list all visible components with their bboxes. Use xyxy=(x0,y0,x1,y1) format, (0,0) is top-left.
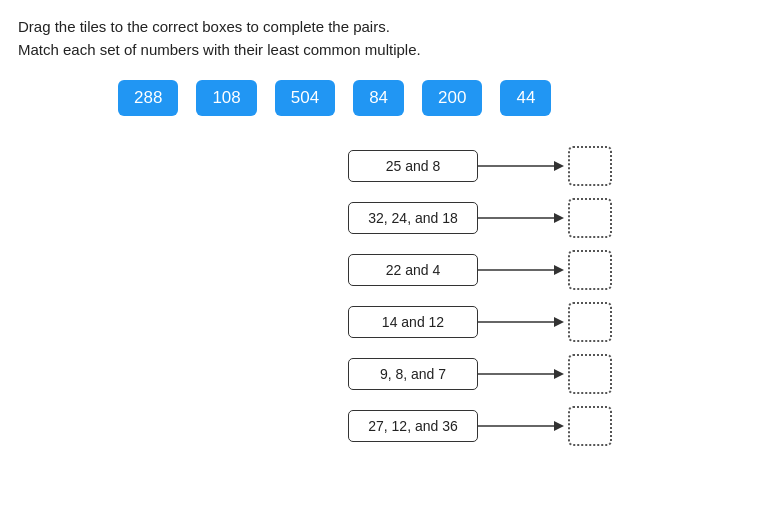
svg-marker-11 xyxy=(554,421,564,431)
tile-288[interactable]: 288 xyxy=(118,80,178,116)
pair-label-5: 27, 12, and 36 xyxy=(348,410,478,442)
tile-504[interactable]: 504 xyxy=(275,80,335,116)
arrow-line-4 xyxy=(478,364,568,384)
svg-marker-3 xyxy=(554,213,564,223)
svg-marker-7 xyxy=(554,317,564,327)
pairs-section: 25 and 8 32, 24, and 18 22 and 4 14 and … xyxy=(348,146,740,446)
pair-label-1: 32, 24, and 18 xyxy=(348,202,478,234)
instructions: Drag the tiles to the correct boxes to c… xyxy=(18,18,740,58)
tile-200[interactable]: 200 xyxy=(422,80,482,116)
pair-row: 9, 8, and 7 xyxy=(348,354,740,394)
pair-label-0: 25 and 8 xyxy=(348,150,478,182)
svg-marker-1 xyxy=(554,161,564,171)
pair-row: 22 and 4 xyxy=(348,250,740,290)
arrow-line-1 xyxy=(478,208,568,228)
arrow-line-3 xyxy=(478,312,568,332)
arrow-line-2 xyxy=(478,260,568,280)
drop-box-1[interactable] xyxy=(568,198,612,238)
drop-box-0[interactable] xyxy=(568,146,612,186)
instruction-line2: Match each set of numbers with their lea… xyxy=(18,41,740,58)
pair-row: 27, 12, and 36 xyxy=(348,406,740,446)
arrow-line-5 xyxy=(478,416,568,436)
drop-box-2[interactable] xyxy=(568,250,612,290)
pair-row: 25 and 8 xyxy=(348,146,740,186)
pair-label-4: 9, 8, and 7 xyxy=(348,358,478,390)
svg-marker-9 xyxy=(554,369,564,379)
pair-row: 32, 24, and 18 xyxy=(348,198,740,238)
pair-row: 14 and 12 xyxy=(348,302,740,342)
tile-84[interactable]: 84 xyxy=(353,80,404,116)
tiles-row: 2881085048420044 xyxy=(118,80,740,116)
drop-box-5[interactable] xyxy=(568,406,612,446)
drop-box-3[interactable] xyxy=(568,302,612,342)
tile-108[interactable]: 108 xyxy=(196,80,256,116)
svg-marker-5 xyxy=(554,265,564,275)
pair-label-3: 14 and 12 xyxy=(348,306,478,338)
tile-44[interactable]: 44 xyxy=(500,80,551,116)
instruction-line1: Drag the tiles to the correct boxes to c… xyxy=(18,18,740,35)
pair-label-2: 22 and 4 xyxy=(348,254,478,286)
drop-box-4[interactable] xyxy=(568,354,612,394)
arrow-line-0 xyxy=(478,156,568,176)
